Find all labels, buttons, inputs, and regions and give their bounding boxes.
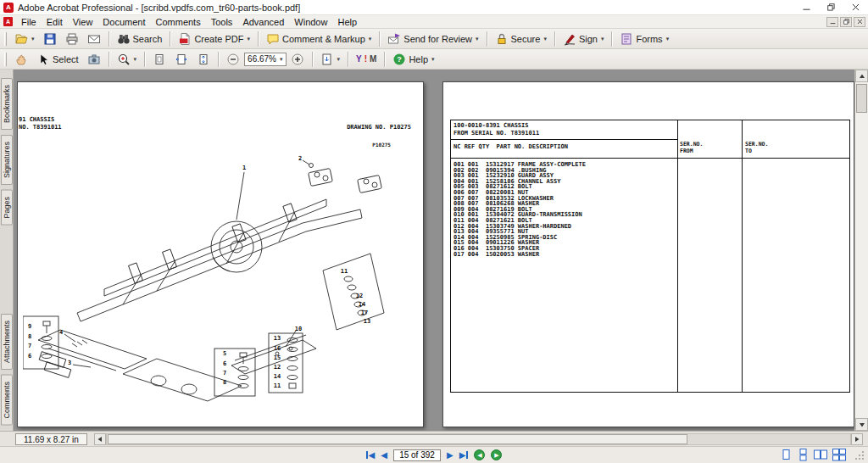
secure-label: Secure [511,34,541,44]
help-icon: ? [392,53,406,66]
snapshot-tool-button[interactable] [83,51,105,68]
callout-14: 14 [274,373,281,380]
yahoo-messenger-button[interactable]: Y!M [352,51,381,68]
help-button[interactable]: ? Help ▾ [388,51,438,68]
menu-document[interactable]: Document [97,17,150,27]
doc-minimize-button[interactable] [826,17,838,27]
sidebar-tab-bookmarks[interactable]: Bookmarks [1,78,13,130]
sidebar-tab-signatures[interactable]: Signatures [1,135,13,185]
print-button[interactable] [61,31,83,47]
last-page-button[interactable]: ▶ [459,450,469,460]
minimize-button[interactable] [794,0,819,14]
pdf-page-right[interactable]: 100-0010-8391 CHASSIS FROM SERIAL NO. T8… [442,81,854,427]
vertical-scrollbar[interactable] [854,70,868,431]
search-button[interactable]: Search [113,31,167,47]
binoculars-icon [117,32,131,46]
save-button[interactable] [39,31,61,47]
hand-tool-button[interactable] [10,51,32,68]
email-button[interactable] [83,31,105,47]
zoom-tool-dropdown-arrow[interactable]: ▾ [134,56,137,63]
menu-help[interactable]: Help [332,17,362,27]
close-button[interactable] [843,0,868,14]
horizontal-scroll-thumb[interactable] [108,434,687,444]
forms-button[interactable]: Forms ▾ [615,31,673,47]
open-button[interactable]: ▾ [10,31,39,47]
callout-13: 13 [274,335,281,342]
horizontal-scroll-track[interactable] [106,433,851,445]
menu-view[interactable]: View [68,17,98,27]
scroll-right-button[interactable] [851,433,863,445]
select-tool-button[interactable]: Select [32,51,83,68]
sidebar-tabs-top: BookmarksSignaturesPages [1,78,13,231]
doc-restore-icon [843,19,849,25]
toolbar-grip[interactable] [4,32,7,46]
vertical-scroll-track[interactable] [855,82,868,418]
comment-markup-dropdown-arrow[interactable]: ▾ [369,36,372,42]
doc-close-button[interactable] [854,17,865,27]
sidebar-tab-comments[interactable]: Comments [1,375,13,426]
menu-advanced[interactable]: Advanced [237,17,289,27]
previous-page-button[interactable]: ◀ [381,450,387,460]
help-dropdown-arrow[interactable]: ▾ [431,56,435,63]
right-page-serial: FROM SERIAL NO. T8391011 [453,130,539,137]
continuous-facing-layout-button[interactable] [832,449,847,461]
zoom-out-button[interactable] [222,51,244,68]
sign-button[interactable]: Sign ▾ [559,31,609,47]
callout-10: 10 [295,326,302,332]
comment-markup-button[interactable]: Comment & Markup ▾ [262,31,376,47]
scroll-down-button[interactable] [855,418,868,431]
facing-layout-button[interactable] [813,449,828,461]
restore-button[interactable] [819,0,843,14]
zoom-level-combo[interactable]: 66.67% ▾ [244,53,286,66]
pen-icon [563,32,576,46]
send-for-review-button[interactable]: Send for Review ▾ [383,31,482,47]
document-area[interactable]: 91 CHASSIS NO. T8391011 DRAWING NO. P102… [14,70,854,431]
page-display-button[interactable]: ▾ [316,51,345,68]
right-page-title: 100-0010-8391 CHASSIS [453,122,539,130]
horizontal-scrollbar[interactable] [94,433,863,445]
actual-size-button[interactable] [148,51,170,68]
first-page-button[interactable]: ◀ [366,450,376,460]
fit-page-button[interactable] [192,51,214,68]
zoom-in-button[interactable] [287,51,309,68]
scroll-left-button[interactable] [94,433,106,445]
title-bar: A Adobe Acrobat Professional - [scribd.v… [0,0,868,15]
menu-edit[interactable]: Edit [42,17,68,27]
menu-window[interactable]: Window [289,17,332,27]
continuous-layout-button[interactable] [796,449,810,461]
secure-dropdown-arrow[interactable]: ▾ [543,36,547,42]
open-dropdown-arrow[interactable]: ▾ [31,36,35,42]
zoom-level-dropdown-arrow[interactable]: ▾ [280,56,283,63]
callout-5: 5 [223,350,226,357]
single-page-layout-button[interactable] [779,449,793,461]
zoom-tool-button[interactable]: ▾ [113,51,142,68]
sidebar-tab-pages[interactable]: Pages [1,190,13,226]
secure-button[interactable]: Secure ▾ [491,31,551,47]
sign-dropdown-arrow[interactable]: ▾ [601,36,604,42]
create-pdf-dropdown-arrow[interactable]: ▾ [247,36,250,42]
forms-dropdown-arrow[interactable]: ▾ [666,36,670,42]
toolbar-grip[interactable] [4,53,7,66]
scroll-up-button[interactable] [855,70,868,82]
menu-tools[interactable]: Tools [206,17,238,27]
send-for-review-dropdown-arrow[interactable]: ▾ [476,36,479,42]
svg-text:?: ? [398,55,403,64]
doc-restore-button[interactable] [840,17,852,27]
toolbar-separator [487,31,487,47]
pdf-page-left[interactable]: 91 CHASSIS NO. T8391011 DRAWING NO. P102… [17,81,424,427]
page-display-dropdown-arrow[interactable]: ▾ [337,56,341,63]
previous-view-button[interactable]: ◀ [474,449,485,460]
page-number-field[interactable] [393,449,441,461]
next-page-button[interactable]: ▶ [447,450,453,460]
menu-comments[interactable]: Comments [151,17,206,27]
create-pdf-button[interactable]: Create PDF ▾ [174,31,254,47]
fit-width-button[interactable] [170,51,192,68]
sidebar-tab-attachments[interactable]: Attachments [1,314,13,370]
left-page-serial: NO. T8391011 [19,124,62,131]
next-view-button[interactable]: ▶ [491,449,502,460]
close-icon [852,3,860,11]
zoom-in-icon [291,53,304,66]
window-resize-grip[interactable] [854,449,865,460]
vertical-scroll-thumb[interactable] [856,84,867,113]
menu-file[interactable]: File [16,17,42,27]
